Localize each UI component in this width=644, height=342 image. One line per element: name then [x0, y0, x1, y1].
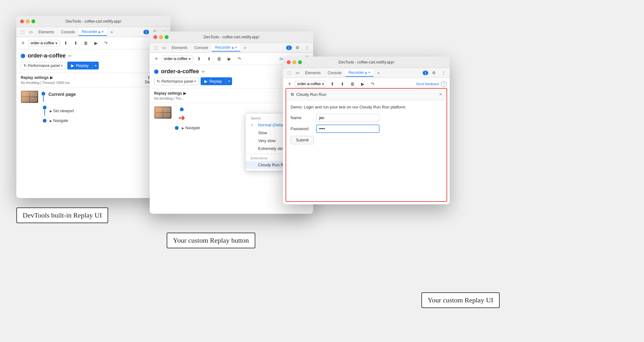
step-dot-1: [42, 92, 45, 96]
label-builtin-replay: DevTools built-in Replay UI: [16, 207, 108, 223]
dialog-header: ⚙ Cloudy Run Run ×: [286, 89, 447, 100]
export-icon-1[interactable]: ⬆: [62, 39, 70, 47]
tab-console-1[interactable]: Console: [58, 29, 78, 36]
replay-dropdown-btn-1[interactable]: ▾: [92, 62, 99, 69]
minimize-button-3[interactable]: [292, 60, 296, 64]
recording-dot-1: [21, 54, 25, 58]
import-icon-2[interactable]: ⬇: [205, 55, 213, 63]
tab-bar-1: ⬚ ▭ Elements Console Recorder 𝛋 × » 1 ⚙ …: [16, 27, 170, 37]
tab-console-3[interactable]: Console: [325, 69, 345, 76]
tab-console-2[interactable]: Console: [191, 44, 211, 51]
chevron-down-icon-3: ▾: [322, 82, 324, 86]
recording-select-1[interactable]: order-a-coffee ▾: [28, 40, 60, 47]
send-feedback-3[interactable]: Send feedback: [416, 82, 439, 86]
import-icon-3[interactable]: ⬇: [338, 80, 347, 88]
more-icon-3[interactable]: ⋮: [440, 69, 447, 77]
minimize-button-1[interactable]: [26, 19, 30, 23]
settings-icon-3[interactable]: ⚙: [430, 69, 438, 77]
tab-more-3[interactable]: »: [374, 69, 383, 76]
step-dot-3: [43, 119, 47, 123]
replay-play-icon-1: ▶: [71, 63, 74, 68]
settings-title-2: Replay settings ▶: [154, 91, 186, 96]
tab-recorder-1[interactable]: Recorder 𝛋 ×: [79, 28, 107, 36]
settings-detail-1: No throttling | Timeout: 5000 ms: [21, 81, 70, 85]
recording-select-3[interactable]: order-a-coffee ▾: [295, 81, 326, 87]
delete-icon-1[interactable]: 🗑: [82, 39, 90, 47]
cursor-icon-2[interactable]: ⬚: [152, 44, 160, 52]
export-icon-2[interactable]: ⬆: [195, 55, 203, 63]
delete-icon-3[interactable]: 🗑: [348, 80, 357, 88]
red-arrow-icon: ➜: [178, 113, 185, 123]
export-icon-3[interactable]: ⬆: [328, 80, 336, 88]
close-button-2[interactable]: [153, 35, 157, 39]
tab-elements-3[interactable]: Elements: [302, 69, 324, 76]
recording-select-2[interactable]: order-a-coffee ▾: [162, 56, 193, 62]
window-title-2: DevTools - coffee-cart.netlify.app/: [204, 35, 259, 39]
edit-icon-1[interactable]: ✏: [68, 53, 72, 58]
name-label: Name: [291, 115, 313, 120]
step-navigate-1: ▶ Navigate: [43, 118, 166, 123]
perf-label-1: Performance panel: [28, 63, 60, 68]
redo-icon-1[interactable]: ↷: [102, 39, 110, 47]
settings-detail-2: No throttling | Tim...: [154, 97, 186, 100]
tab-elements-2[interactable]: Elements: [169, 44, 191, 51]
tab-more-1[interactable]: »: [108, 29, 116, 36]
device-icon[interactable]: ▭: [27, 28, 35, 36]
replay-btn-1[interactable]: ▶ Replay ▾: [67, 62, 98, 69]
tab-bar-2: ⬚ ▭ Elements Console Recorder 𝛋 × » 1 ⚙ …: [150, 43, 313, 53]
replay-btn-main-1[interactable]: ▶ Replay: [67, 62, 92, 69]
replay-btn-2[interactable]: ▶ Replay ▾: [201, 77, 232, 85]
tab-elements-1[interactable]: Elements: [35, 29, 57, 36]
devtools-window-3: DevTools - coffee-cart.netlify.app/ ⬚ ▭ …: [283, 57, 450, 204]
notification-badge-1: 1: [143, 30, 149, 34]
play-icon-3[interactable]: ▶: [358, 80, 367, 88]
form-row-password: Password: [291, 125, 442, 133]
import-icon-1[interactable]: ⬇: [72, 39, 80, 47]
chevron-down-icon-2: ▾: [189, 57, 191, 61]
device-icon-2[interactable]: ▭: [160, 44, 168, 52]
edit-icon-2[interactable]: ✏: [202, 69, 205, 74]
add-recording-btn-1[interactable]: +: [19, 40, 26, 47]
more-icon-2[interactable]: ⋮: [303, 44, 311, 52]
name-input[interactable]: [316, 114, 379, 122]
tab-recorder-2[interactable]: Recorder 𝛋 ×: [212, 44, 240, 52]
perf-panel-btn-1[interactable]: ↻ Performance panel ▾: [21, 62, 65, 69]
add-recording-btn-3[interactable]: +: [286, 80, 293, 87]
tab-more-2[interactable]: »: [241, 44, 249, 51]
redo-icon-2[interactable]: ↷: [235, 55, 243, 63]
tab-recorder-3[interactable]: Recorder 𝛋 ×: [345, 69, 374, 77]
help-icon-3[interactable]: ?: [441, 81, 447, 87]
settings-title-1: Replay settings ▶: [21, 75, 70, 80]
page-thumbnail-1: [21, 91, 38, 103]
minimize-button-2[interactable]: [159, 35, 163, 39]
step-set-viewport-1: ▶ Set viewport: [43, 106, 166, 116]
dialog-description: Demo: Login and run your test on our Clo…: [291, 105, 442, 109]
play-icon-1[interactable]: ▶: [92, 39, 100, 47]
maximize-button-2[interactable]: [165, 35, 169, 39]
close-button-3[interactable]: [287, 60, 291, 64]
device-icon-3[interactable]: ▭: [294, 69, 301, 77]
delete-icon-2[interactable]: 🗑: [215, 55, 223, 63]
perf-chevron-icon-2: ▾: [194, 80, 196, 83]
traffic-lights-3: [287, 60, 302, 64]
replay-dropdown-btn-2[interactable]: ▾: [226, 78, 232, 85]
recording-name-3: order-a-coffee: [297, 82, 321, 86]
submit-btn[interactable]: Submit: [291, 136, 314, 144]
dialog-close-btn[interactable]: ×: [439, 92, 442, 97]
step-dot-4: [180, 108, 184, 111]
play-icon-2[interactable]: ▶: [225, 55, 233, 63]
maximize-button-1[interactable]: [31, 19, 35, 23]
window-title-3: DevTools - coffee-cart.netlify.app/: [339, 60, 394, 64]
replay-btn-main-2[interactable]: ▶ Replay: [201, 77, 225, 85]
cursor-icon[interactable]: ⬚: [19, 28, 26, 36]
close-button-1[interactable]: [20, 19, 24, 23]
perf-panel-btn-2[interactable]: ↻ Performance panel ▾: [154, 78, 199, 85]
password-input[interactable]: [316, 125, 379, 133]
checkmark-icon: ✓: [251, 123, 256, 127]
redo-icon-3[interactable]: ↷: [369, 80, 377, 88]
add-recording-btn-2[interactable]: +: [153, 55, 160, 62]
cursor-icon-3[interactable]: ⬚: [286, 69, 293, 77]
maximize-button-3[interactable]: [298, 60, 302, 64]
steps-area-1: Current page ▶ Set viewport ▶ Navigate: [16, 87, 170, 126]
settings-icon-2[interactable]: ⚙: [294, 44, 301, 52]
